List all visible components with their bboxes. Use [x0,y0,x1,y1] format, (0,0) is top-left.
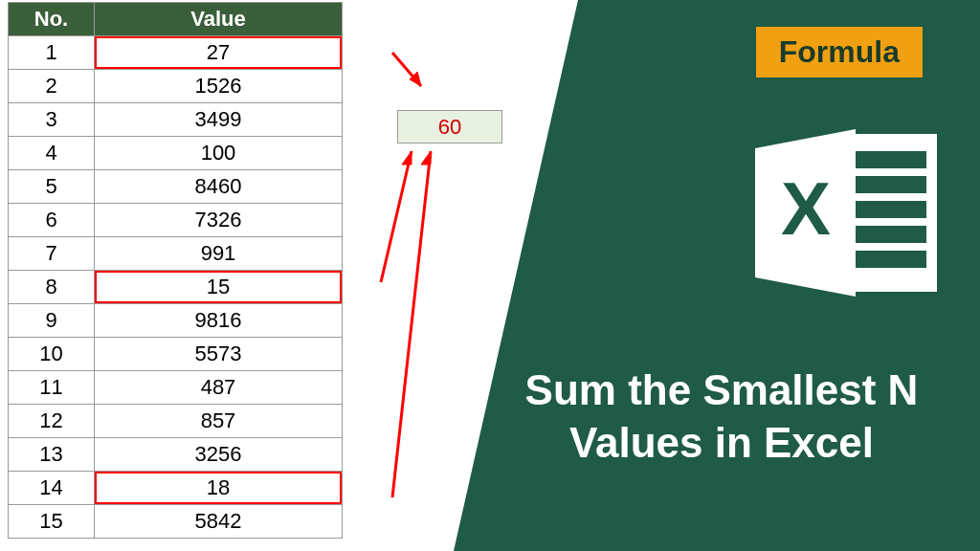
table-row: 99816 [9,304,343,338]
cell-value: 18 [95,472,343,505]
table-row: 7991 [9,237,343,271]
table-row: 21526 [9,70,343,103]
table-row: 127 [9,36,343,70]
cell-no: 11 [9,371,95,405]
formula-badge: Formula [756,27,923,77]
table-row: 815 [9,271,343,304]
cell-no: 7 [9,237,95,271]
cell-no: 4 [9,137,95,170]
svg-line-2 [381,151,412,282]
cell-no: 6 [9,204,95,237]
cell-value: 15 [95,271,343,304]
cell-value: 3256 [95,438,343,472]
cell-no: 14 [9,472,95,505]
cell-value: 5842 [95,505,343,539]
table-row: 105573 [9,338,343,371]
cell-value: 7326 [95,204,343,237]
promo-panel: Formula X Sum the Smallest N Values in E… [444,0,980,551]
svg-rect-10 [854,201,926,218]
table-row: 4100 [9,137,343,170]
header-value: Value [95,3,343,36]
cell-value: 991 [95,237,343,271]
table-row: 1418 [9,472,343,505]
svg-rect-11 [854,226,926,243]
arrow-icon [383,43,440,100]
table-row: 133256 [9,438,343,472]
table-row: 11487 [9,371,343,405]
cell-value: 3499 [95,103,343,137]
data-table: No. Value 127215263349941005846067326799… [8,2,343,539]
svg-rect-8 [854,151,926,168]
svg-marker-3 [402,151,412,165]
cell-no: 12 [9,405,95,438]
cell-no: 15 [9,505,95,539]
cell-no: 8 [9,271,95,304]
cell-no: 1 [9,36,95,70]
svg-marker-5 [421,151,431,165]
cell-value: 8460 [95,170,343,204]
svg-rect-12 [854,251,926,268]
table-row: 12857 [9,405,343,438]
svg-rect-9 [854,176,926,193]
cell-value: 27 [95,36,343,70]
header-no: No. [9,3,95,36]
cell-no: 10 [9,338,95,371]
table-row: 58460 [9,170,343,204]
table-row: 67326 [9,204,343,237]
cell-value: 100 [95,137,343,170]
title-text: Sum the Smallest N Values in Excel [492,364,951,469]
cell-value: 9816 [95,304,343,338]
cell-value: 487 [95,371,343,405]
table-row: 155842 [9,505,343,539]
svg-text:X: X [781,166,831,251]
excel-icon: X [750,124,942,301]
table-row: 33499 [9,103,343,137]
cell-no: 5 [9,170,95,204]
cell-value: 1526 [95,70,343,103]
cell-no: 13 [9,438,95,472]
cell-no: 2 [9,70,95,103]
cell-value: 5573 [95,338,343,371]
cell-no: 3 [9,103,95,137]
cell-value: 857 [95,405,343,438]
cell-no: 9 [9,304,95,338]
